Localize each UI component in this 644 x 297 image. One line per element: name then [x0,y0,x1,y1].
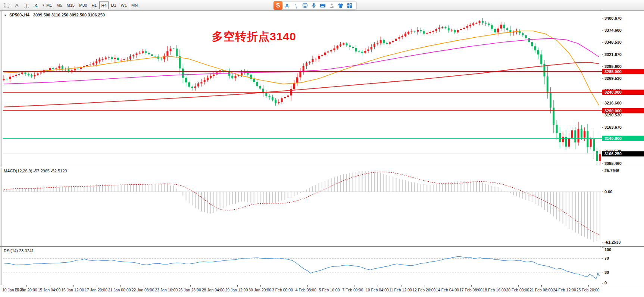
candle-body [358,51,360,52]
smiley-glyph [302,3,308,8]
candle-body [253,79,255,82]
price-tick-label: 3321.670 [604,52,622,57]
chart-menu-caret-icon[interactable]: ▼ [4,14,7,17]
timeframe-button-m15[interactable]: M15 [65,1,76,9]
candle-body [18,74,20,75]
candle-body [265,93,267,96]
candle-body [269,96,271,97]
text-box-icon[interactable]: T [22,1,31,9]
rsi-tick-label: 70 [604,256,609,260]
rsi-tick-label: 30 [604,270,609,275]
candle-body [163,56,165,59]
chart-text-annotation[interactable]: 多空转折点3140 [212,29,296,44]
candle-body [200,82,202,83]
candles [3,18,601,165]
timeframe-button-h1[interactable]: H1 [90,1,99,9]
candle-body [6,79,8,79]
candle-body [349,46,351,47]
candle-body [31,75,32,76]
skin-icon[interactable] [336,2,345,9]
date-tick-label: 30 Jan 20:00 [248,288,271,292]
date-tick-mark [73,285,74,287]
timeframe-button-d1[interactable]: D1 [109,1,118,9]
punctuation-icon[interactable]: ’, [291,2,300,9]
chart-window: 3400.6703374.6003348.5303321.6703295.600… [0,11,644,297]
candle-body [522,33,524,35]
candle-body [343,43,344,44]
candle-body [531,42,533,46]
date-tick-label: 11 Feb 12:00 [389,288,412,292]
toolbox-icon[interactable] [345,2,354,9]
candle-body [231,76,233,78]
emoji-icon[interactable] [300,2,309,9]
date-tick-mark [214,285,214,287]
macd-indicator-pane[interactable]: 25.79460.00-61.2533 [0,168,644,247]
macd-values: -57.2965 -52.5129 [33,169,67,173]
candle-body [126,59,128,59]
draw-arrows-glyph [33,3,39,8]
microphone-icon[interactable] [309,2,318,9]
candle-body [540,54,542,64]
candle-body [371,47,372,50]
candle-body [148,53,150,54]
keyboard-icon[interactable] [318,2,327,9]
timeframe-button-m5[interactable]: M5 [54,1,64,9]
candle-body [318,56,320,59]
date-tick-label: 26 Jan 23:00 [178,288,201,292]
date-tick-label: 24 Feb 12:00 [553,288,576,292]
candle-body [154,56,156,56]
date-tick-label: 4 Feb 08:00 [296,288,316,292]
candle-body [503,25,505,28]
date-axis[interactable]: 10 Jan 202013 Jan 20:0015 Jan 04:0016 Ja… [0,285,644,293]
timeframe-button-h4[interactable]: H4 [99,1,108,9]
candle-body [368,49,369,51]
candle-body [284,97,286,99]
grid-f-icon[interactable]: F [2,1,12,9]
candle-body [204,80,206,82]
candle-body [389,42,391,44]
candle-body [86,65,88,66]
candle-body [117,58,119,60]
timeframe-button-w1[interactable]: W1 [119,1,129,9]
pane-splitter[interactable] [0,167,644,168]
candle-body [485,23,487,24]
candle-body [321,55,323,56]
date-tick-label: 21 Feb 08:00 [529,288,553,292]
chart-ohlc-values: 3099.500 3116.250 3092.500 3106.250 [33,13,105,17]
candle-body [355,48,357,51]
candle-body [584,131,585,138]
candle-body [55,68,57,69]
date-tick-label: 18 Feb 16:00 [483,288,506,292]
letter-a-icon[interactable]: A [282,2,291,9]
candle-body [213,75,215,76]
candle-body [207,78,209,80]
candle-body [111,57,113,59]
candle-body [330,50,332,51]
date-tick-mark [565,285,565,287]
keyboard-glyph [320,3,326,8]
candle-body [327,51,329,53]
candle-body [28,74,29,75]
candle-body [77,69,79,69]
timeframe-button-m1[interactable]: M1 [44,1,54,9]
timeframe-button-mn[interactable]: MN [129,1,140,9]
rsi-indicator-pane[interactable]: 10070300 [0,247,644,285]
date-tick-mark [120,285,121,287]
candle-body [568,138,570,147]
candle-body [472,24,474,25]
price-chart-pane[interactable]: 3400.6703374.6003348.5303321.6703295.600… [0,11,644,167]
price-tick-label: 3269.530 [604,76,622,81]
sogou-logo-icon[interactable]: S [273,1,282,10]
draw-arrows-icon[interactable] [31,1,41,9]
candle-body [398,37,400,38]
date-tick-mark [471,285,472,287]
candle-body [123,59,125,60]
timeframe-button-m30[interactable]: M30 [77,1,89,9]
person-icon[interactable]: G [327,2,336,9]
pane-splitter[interactable] [0,246,644,247]
date-tick-mark [401,285,401,287]
candle-body [494,29,496,32]
text-a-icon[interactable]: A [12,1,22,9]
date-tick-mark [425,285,425,287]
date-tick-mark [378,285,378,287]
